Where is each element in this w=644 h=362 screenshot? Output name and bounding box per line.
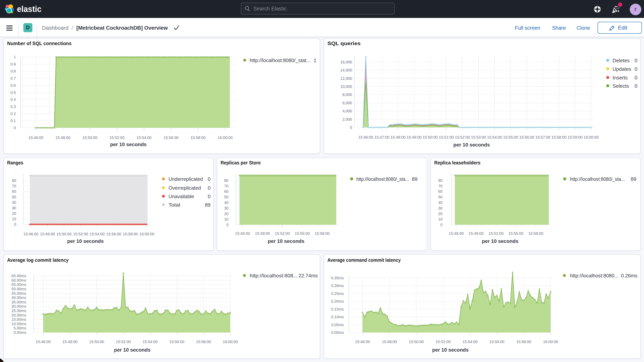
svg-text:0: 0 bbox=[350, 125, 352, 130]
svg-text:30.00ms: 30.00ms bbox=[12, 304, 26, 308]
svg-text:15:59:00: 15:59:00 bbox=[568, 135, 583, 139]
svg-text:http://localhost:8080/_sta...: http://localhost:8080/_sta... bbox=[570, 176, 625, 182]
svg-text:80: 80 bbox=[438, 178, 442, 182]
svg-text:10,000: 10,000 bbox=[340, 84, 352, 89]
svg-text:Number of SQL connections: Number of SQL connections bbox=[7, 41, 72, 46]
svg-text:0.15ms: 0.15ms bbox=[331, 307, 344, 311]
svg-text:Average log commit latency: Average log commit latency bbox=[7, 257, 69, 263]
svg-text:0.8: 0.8 bbox=[10, 69, 16, 73]
svg-text:40: 40 bbox=[224, 200, 228, 205]
svg-text:70: 70 bbox=[12, 184, 16, 188]
svg-text:89: 89 bbox=[412, 176, 418, 182]
svg-text:16:00:00: 16:00:00 bbox=[543, 340, 558, 344]
svg-text:15:48:00: 15:48:00 bbox=[382, 340, 397, 344]
svg-text:70: 70 bbox=[224, 184, 228, 188]
svg-text:6,000: 6,000 bbox=[342, 101, 352, 105]
svg-text:60: 60 bbox=[438, 189, 442, 194]
svg-text:15:48:00: 15:48:00 bbox=[55, 136, 70, 140]
svg-text:15:54:00: 15:54:00 bbox=[90, 232, 105, 236]
svg-text:15:54:00: 15:54:00 bbox=[487, 135, 502, 139]
svg-text:20: 20 bbox=[12, 211, 16, 216]
svg-text:15:49:00: 15:49:00 bbox=[407, 135, 422, 139]
svg-text:15:52:00: 15:52:00 bbox=[275, 231, 290, 236]
svg-text:14,000: 14,000 bbox=[340, 68, 352, 72]
svg-text:0.4: 0.4 bbox=[10, 97, 16, 102]
svg-text:Selects: Selects bbox=[612, 83, 629, 89]
svg-text:15:54:00: 15:54:00 bbox=[136, 136, 152, 140]
svg-text:Ranges: Ranges bbox=[7, 160, 23, 166]
svg-text:0: 0 bbox=[635, 66, 638, 72]
svg-text:25.00ms: 25.00ms bbox=[12, 308, 26, 313]
svg-text:0.25ms: 0.25ms bbox=[331, 292, 344, 296]
svg-text:http://localhost:8080...: http://localhost:8080... bbox=[570, 273, 618, 278]
svg-text:0: 0 bbox=[635, 83, 638, 89]
svg-text:0.00ms: 0.00ms bbox=[14, 330, 26, 335]
svg-text:16:00:00: 16:00:00 bbox=[223, 340, 238, 344]
svg-text:15:55:00: 15:55:00 bbox=[295, 231, 310, 236]
svg-text:5.00ms: 5.00ms bbox=[14, 326, 26, 330]
svg-text:0: 0 bbox=[14, 222, 16, 226]
svg-text:0.30ms: 0.30ms bbox=[331, 284, 344, 288]
svg-text:30: 30 bbox=[438, 206, 442, 210]
svg-text:80: 80 bbox=[12, 178, 16, 183]
svg-text:15:57:00: 15:57:00 bbox=[536, 135, 550, 139]
svg-text:http://localhost:808...: http://localhost:808... bbox=[250, 273, 298, 278]
svg-text:15:55:00: 15:55:00 bbox=[508, 231, 524, 236]
svg-text:15:46:00: 15:46:00 bbox=[449, 231, 464, 236]
svg-text:15:56:00: 15:56:00 bbox=[164, 136, 178, 140]
svg-text:per 10 seconds: per 10 seconds bbox=[432, 347, 468, 353]
svg-text:0: 0 bbox=[635, 75, 638, 80]
svg-text:per 10 seconds: per 10 seconds bbox=[67, 238, 104, 244]
svg-text:2,000: 2,000 bbox=[342, 117, 352, 122]
svg-text:10.00ms: 10.00ms bbox=[12, 322, 26, 326]
svg-text:0.3: 0.3 bbox=[10, 104, 16, 109]
svg-text:15:52:00: 15:52:00 bbox=[455, 135, 470, 139]
svg-text:50: 50 bbox=[438, 195, 442, 199]
svg-text:Average command commit latency: Average command commit latency bbox=[328, 257, 401, 263]
svg-text:15:56:00: 15:56:00 bbox=[489, 340, 504, 344]
svg-text:20: 20 bbox=[438, 212, 442, 216]
svg-text:0.6: 0.6 bbox=[10, 83, 16, 88]
svg-text:15:52:00: 15:52:00 bbox=[116, 340, 131, 344]
svg-text:65.00ms: 65.00ms bbox=[12, 274, 26, 278]
svg-text:15:56:00: 15:56:00 bbox=[519, 135, 534, 139]
svg-text:0.9: 0.9 bbox=[10, 62, 16, 66]
svg-text:15.00ms: 15.00ms bbox=[12, 317, 26, 322]
svg-text:15:58:00: 15:58:00 bbox=[552, 135, 566, 139]
svg-text:0.05ms: 0.05ms bbox=[331, 323, 344, 327]
svg-text:Updates: Updates bbox=[612, 66, 631, 72]
svg-text:16:00:00: 16:00:00 bbox=[218, 136, 232, 140]
svg-text:http://localhost:8080/_sta...: http://localhost:8080/_sta... bbox=[356, 176, 409, 182]
svg-text:0: 0 bbox=[635, 58, 638, 64]
svg-text:30: 30 bbox=[224, 206, 228, 210]
svg-text:15:52:00: 15:52:00 bbox=[436, 340, 450, 344]
svg-text:15:55:00: 15:55:00 bbox=[503, 135, 518, 139]
svg-text:15:58:00: 15:58:00 bbox=[516, 340, 531, 344]
svg-text:elastic: elastic bbox=[17, 4, 42, 14]
svg-text:15:49:00: 15:49:00 bbox=[468, 231, 484, 236]
svg-text:50: 50 bbox=[12, 195, 16, 199]
svg-text:89: 89 bbox=[205, 202, 210, 208]
svg-text:SQL queries: SQL queries bbox=[328, 41, 360, 46]
svg-text:60: 60 bbox=[12, 189, 16, 194]
svg-text:80: 80 bbox=[224, 178, 228, 182]
svg-text:15:48:00: 15:48:00 bbox=[62, 340, 78, 344]
svg-text:0.10ms: 0.10ms bbox=[331, 315, 344, 319]
svg-text:10: 10 bbox=[438, 217, 442, 221]
svg-text:0.5: 0.5 bbox=[10, 90, 16, 95]
svg-text:15:58:00: 15:58:00 bbox=[190, 136, 206, 140]
svg-text:15:46:00: 15:46:00 bbox=[23, 232, 38, 236]
svg-text:0: 0 bbox=[14, 126, 16, 130]
svg-text:45.00ms: 45.00ms bbox=[12, 291, 26, 296]
svg-text:15:46:00: 15:46:00 bbox=[28, 136, 44, 140]
svg-text:15:50:00: 15:50:00 bbox=[56, 232, 72, 236]
svg-text:22.74ms: 22.74ms bbox=[298, 273, 318, 278]
svg-text:15:47:00: 15:47:00 bbox=[374, 135, 390, 139]
svg-text:0.7: 0.7 bbox=[10, 76, 16, 80]
svg-text:70: 70 bbox=[438, 184, 442, 188]
svg-text:4,000: 4,000 bbox=[342, 109, 352, 113]
svg-text:15:48:00: 15:48:00 bbox=[40, 232, 55, 236]
svg-text:0: 0 bbox=[440, 223, 442, 227]
svg-text:15:46:00: 15:46:00 bbox=[355, 340, 370, 344]
svg-text:0.35ms: 0.35ms bbox=[331, 276, 344, 280]
